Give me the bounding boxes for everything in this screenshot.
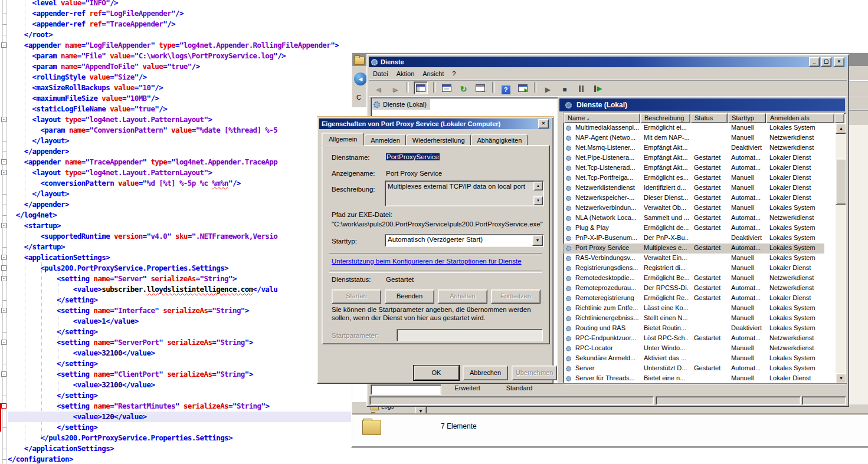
fold-marker-icon[interactable]: - xyxy=(1,223,6,228)
show-console-tree-icon[interactable] xyxy=(414,81,428,94)
service-row[interactable]: ServerUnterstützt D...GestartetAutomat..… xyxy=(564,364,824,374)
fold-marker-icon[interactable]: - xyxy=(1,340,6,345)
column-header-name[interactable]: Name ▲ xyxy=(564,113,640,123)
fold-marker-icon[interactable]: - xyxy=(1,42,6,48)
properties-icon[interactable] xyxy=(440,82,453,94)
fold-marker-icon[interactable]: - xyxy=(1,308,6,313)
cell-starttyp: Manuell xyxy=(731,204,765,211)
view-tab-standard[interactable]: Standard xyxy=(494,384,545,394)
service-row[interactable]: PnP-X-IP-Busenum...Der PnP-X-Bu...Deakti… xyxy=(564,233,824,243)
description-scroll-down[interactable]: ▼ xyxy=(533,196,543,205)
service-row[interactable]: Remotedesktopdie...Ermöglicht Be...Gesta… xyxy=(564,274,824,284)
scroll-up-button[interactable]: ▲ xyxy=(836,123,846,134)
abbrechen-button[interactable]: Abbrechen xyxy=(463,366,508,380)
menu-item-?[interactable]: ? xyxy=(448,68,460,79)
view-tab-erweitert[interactable]: Erweitert xyxy=(442,384,493,394)
service-row[interactable]: RAS-Verbindungsv...Verwaltet Ein...Manue… xyxy=(564,254,824,264)
service-row[interactable]: NLA (Network Loca...Sammelt und ...Gesta… xyxy=(564,213,824,223)
forward-icon[interactable]: ► xyxy=(388,83,401,95)
service-row[interactable]: Net.Tcp-Listenerad...Empfängt Akt...Gest… xyxy=(564,163,824,173)
scroll-down-button[interactable]: ▼ xyxy=(836,373,846,384)
service-row[interactable]: RPC-LocatorUnter Windo...ManuellNetzwerk… xyxy=(564,344,824,354)
service-row[interactable]: RemoteregistrierungErmöglicht Re...Gesta… xyxy=(564,294,824,304)
pause-service-icon[interactable] xyxy=(575,83,588,94)
services-statusbar xyxy=(369,396,847,405)
menu-item-datei[interactable]: Datei xyxy=(369,68,392,79)
fold-marker-icon[interactable]: - xyxy=(1,159,6,164)
cell-name: PnP-X-IP-Busenum... xyxy=(575,234,639,241)
dialog-tab-allgemein[interactable]: Allgemein xyxy=(322,133,364,146)
service-row[interactable]: Multimediaklassenpl...Ermöglicht ei...Ma… xyxy=(564,123,824,133)
extended-view-icon[interactable]: ▶ xyxy=(516,82,529,94)
list-scrollbar[interactable]: ▲ ▼ xyxy=(836,123,846,384)
service-row[interactable]: Net.Msmq-Listener...Empfängt Akt...Deakt… xyxy=(564,143,824,153)
refresh-icon[interactable]: ↻ xyxy=(457,83,470,95)
startoptions-help-link[interactable]: Unterstützung beim Konfigurieren der Sta… xyxy=(332,258,522,265)
dialog-close-button[interactable]: × xyxy=(538,119,549,129)
services-titlebar[interactable]: Dienste _ ▢ × xyxy=(369,57,847,67)
dienstname-value[interactable]: PortProxyService xyxy=(386,153,440,160)
dropdown-arrow-button[interactable]: ▼ xyxy=(532,235,543,246)
back-button-icon[interactable]: ◄ xyxy=(354,73,367,85)
service-row[interactable]: Net.Pipe-Listenera...Empfängt Akt...Gest… xyxy=(564,153,824,163)
fold-marker-icon[interactable]: - xyxy=(1,255,6,260)
service-row[interactable]: Remoteprozedurau...Der RPCSS-Di...Gestar… xyxy=(564,284,824,294)
menu-item-aktion[interactable]: Aktion xyxy=(392,68,419,79)
anhalten-button[interactable]: Anhalten xyxy=(438,289,487,304)
gutter-tick xyxy=(2,35,6,35)
beschreibung-box[interactable]: Multiplexes external TCP/IP data on loca… xyxy=(385,180,544,206)
service-row[interactable]: Net.Tcp-Portfreiga...Ermöglicht es...Ges… xyxy=(564,173,824,183)
column-header-starttyp[interactable]: Starttyp xyxy=(728,113,766,123)
fold-marker-icon[interactable]: - xyxy=(1,371,6,377)
help-icon[interactable]: ? xyxy=(499,84,512,96)
fold-marker-icon[interactable]: - xyxy=(1,265,6,271)
service-row[interactable]: Plug & PlayErmöglicht de...GestartetAuto… xyxy=(564,223,824,233)
service-row[interactable]: NetzwerklistendienstIdentifiziert d...Ge… xyxy=(564,183,824,193)
dialog-tab-anmelden[interactable]: Anmelden xyxy=(365,134,406,146)
dialog-tab-abhngigkeiten[interactable]: Abhängigkeiten xyxy=(471,134,528,146)
starttyp-dropdown[interactable]: Automatisch (Verzögerter Start) ▼ xyxy=(385,234,544,247)
column-header-anmeldenals[interactable]: Anmelden als xyxy=(766,113,834,123)
beenden-button[interactable]: Beenden xyxy=(385,289,434,304)
restart-service-icon[interactable]: ▶ xyxy=(592,83,605,94)
service-row[interactable]: Port Proxy ServiceMultiplexes e...Gestar… xyxy=(564,243,824,254)
service-row[interactable]: Netzwerkverbindun...Verwaltet Ob...Gesta… xyxy=(564,203,824,213)
column-header-beschreibung[interactable]: Beschreibung xyxy=(640,113,690,123)
back-icon[interactable]: ◄ xyxy=(372,83,385,95)
toolbar-separator xyxy=(534,82,536,93)
close-button[interactable]: × xyxy=(834,57,844,67)
service-row[interactable]: Netzwerkspeicher-...Dieser Dienst...Gest… xyxy=(564,193,824,203)
start-service-icon[interactable]: ▶ xyxy=(541,84,554,96)
service-row[interactable]: Routing und RASBietet Routin...Deaktivie… xyxy=(564,324,824,334)
fold-marker-icon[interactable]: - xyxy=(1,276,6,281)
cell-starttyp: Manuell xyxy=(731,174,765,181)
service-row[interactable]: Richtlinienergebniss...Stellt einen N...… xyxy=(564,314,824,324)
export-list-icon[interactable]: → xyxy=(474,82,487,94)
bernehmen-button[interactable]: Übernehmen xyxy=(512,366,557,380)
menu-item-ansicht[interactable]: Ansicht xyxy=(418,68,448,79)
tree-item-dienste-lokal[interactable]: Dienste (Lokal) xyxy=(372,99,430,110)
fortsetzen-button[interactable]: Fortsetzen xyxy=(491,289,541,304)
starten-button[interactable]: Starten xyxy=(332,289,381,304)
service-row[interactable]: RPC-Endpunktzuor...Löst RPC-Sch...Gestar… xyxy=(564,334,824,344)
fold-marker-icon[interactable]: - xyxy=(1,170,6,175)
service-row[interactable]: Sekundäre Anmeld...Aktiviert das ...Manu… xyxy=(564,354,824,364)
explorer-statusbar: 7 Elemente xyxy=(352,415,868,446)
service-row[interactable]: Richtlinie zum Entfe...Lässt eine Ko...M… xyxy=(564,304,824,314)
scroll-thumb[interactable] xyxy=(836,159,846,205)
startparameter-input[interactable] xyxy=(397,329,543,341)
dialog-titlebar[interactable]: Eigenschaften von Port Proxy Service (Lo… xyxy=(319,119,551,129)
fold-marker-icon[interactable]: - xyxy=(1,117,6,122)
service-row[interactable]: NAP-Agent (Netwo...Mit dem NAP-...Manuel… xyxy=(564,133,824,143)
dialog-tab-wiederherstellung[interactable]: Wiederherstellung xyxy=(407,134,471,146)
service-row[interactable]: Registrierungsdiens...Registriert di...M… xyxy=(564,264,824,274)
column-header-status[interactable]: Status xyxy=(690,113,728,123)
service-row[interactable]: Server für Threads...Bietet eine n...Man… xyxy=(564,374,824,384)
cell-starttyp: Deaktiviert xyxy=(731,324,765,331)
ok-button[interactable]: OK xyxy=(414,366,459,380)
description-scroll-up[interactable]: ▲ xyxy=(533,182,543,190)
stop-service-icon[interactable]: ■ xyxy=(558,84,571,96)
minimize-button[interactable]: _ xyxy=(809,57,820,67)
fold-marker-icon[interactable]: - xyxy=(1,403,6,409)
maximize-button[interactable]: ▢ xyxy=(821,57,831,67)
